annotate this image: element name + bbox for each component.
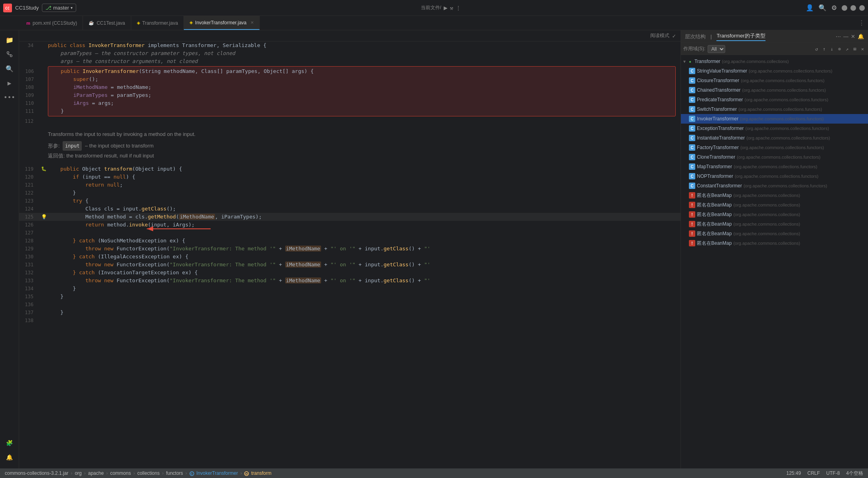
- panel-settings-icon[interactable]: ⋯: [836, 33, 841, 39]
- code-line-109: 109 iParamTypes = paramTypes;: [48, 91, 675, 99]
- tree-node-anon6[interactable]: ! 匿名在BeanMap (org.apache.commons.collect…: [681, 238, 868, 248]
- tree-icon-constant: C: [689, 183, 695, 189]
- path-commons[interactable]: commons: [110, 470, 131, 476]
- close-panel-btn[interactable]: ✕: [860, 45, 866, 53]
- tab-transformer[interactable]: ◈ Transformer.java: [131, 16, 184, 30]
- panel-bell-icon[interactable]: 🔔: [858, 33, 864, 39]
- tree-node-switch[interactable]: C SwitchTransformer (org.apache.commons.…: [681, 104, 868, 114]
- code-line-106: 106 public InvokerTransformer(String met…: [48, 67, 675, 75]
- settings-icon[interactable]: ⚙: [831, 4, 837, 12]
- tree-label-invoker: InvokerTransformer: [697, 116, 738, 122]
- refresh-btn[interactable]: ↺: [813, 45, 819, 53]
- scope-select[interactable]: All: [708, 45, 725, 53]
- reader-mode-button[interactable]: 阅读模式: [650, 32, 669, 39]
- build-button[interactable]: ⚒: [450, 5, 453, 11]
- tree-node-constant[interactable]: C ConstantTransformer (org.apache.common…: [681, 181, 868, 191]
- right-panel: 层次结构 | Transformer的子类型 ⋯ — ✕ 🔔 作用域(S): A…: [681, 30, 868, 468]
- panel-title-subtypes[interactable]: Transformer的子类型: [716, 32, 765, 41]
- line-number-109: 109: [20, 91, 40, 99]
- export-btn[interactable]: ↗: [844, 45, 850, 53]
- tree-node-transformer[interactable]: ▼ ● Transformer (org.apache.commons.coll…: [681, 57, 868, 66]
- cursor-position[interactable]: 125:49: [786, 470, 801, 476]
- collapse-btn[interactable]: ↓: [829, 45, 835, 53]
- tab-cc1test[interactable]: ☕ CC1Test.java: [83, 16, 131, 30]
- tree-label-anon3: 匿名在BeanMap: [697, 211, 732, 218]
- panel-minimize-icon[interactable]: —: [843, 33, 848, 39]
- line-number-108: 108: [20, 83, 40, 91]
- search-icon[interactable]: 🔍: [819, 4, 827, 12]
- code-line-110: 110 iArgs = args;: [48, 99, 675, 107]
- panel-close-icon[interactable]: ✕: [851, 33, 855, 39]
- sidebar-run-icon[interactable]: ▶: [3, 77, 16, 89]
- path-method[interactable]: m transform: [244, 470, 271, 476]
- filter-btn[interactable]: ⊗: [836, 45, 842, 53]
- expand-btn[interactable]: ↑: [821, 45, 827, 53]
- tree-node-map[interactable]: C MapTransformer (org.apache.commons.col…: [681, 162, 868, 171]
- tree-icon-map: C: [689, 163, 695, 170]
- project-name[interactable]: CC1Study: [15, 5, 39, 11]
- line-endings[interactable]: CRLF: [807, 470, 820, 476]
- tree-node-chained[interactable]: C ChainedTransformer (org.apache.commons…: [681, 85, 868, 95]
- line-content-111: }: [48, 107, 675, 115]
- doc-text: Transforms the input to result by invoki…: [48, 130, 674, 139]
- sidebar-folder-icon[interactable]: 📁: [3, 33, 16, 46]
- indent-info[interactable]: 4个空格: [846, 470, 863, 477]
- tab-close-invokertransformer[interactable]: ✕: [251, 20, 254, 25]
- sidebar-git-icon[interactable]: [3, 48, 16, 61]
- user-icon[interactable]: 👤: [806, 4, 814, 12]
- code-line-112: 112: [19, 117, 681, 125]
- tab-more-button[interactable]: ⋮: [858, 19, 865, 27]
- tree-node-clone[interactable]: C CloneTransformer (org.apache.commons.c…: [681, 152, 868, 162]
- path-functors[interactable]: functors: [166, 470, 183, 476]
- tree-node-invoker[interactable]: C InvokerTransformer (org.apache.commons…: [681, 114, 868, 124]
- tab-pom[interactable]: m pom.xml (CC1Study): [21, 16, 83, 30]
- tree-node-anon1[interactable]: ! 匿名在BeanMap (org.apache.commons.collect…: [681, 191, 868, 200]
- tree-node-anon4[interactable]: ! 匿名在BeanMap (org.apache.commons.collect…: [681, 219, 868, 229]
- hierarchy-tree[interactable]: ▼ ● Transformer (org.apache.commons.coll…: [681, 55, 868, 468]
- tree-icon-anon6: !: [689, 240, 695, 246]
- tree-pkg-predicate: (org.apache.commons.collections.functors…: [745, 97, 829, 102]
- path-org[interactable]: org: [75, 470, 81, 476]
- line-number-130: 130: [19, 253, 40, 261]
- close-button[interactable]: [859, 5, 865, 11]
- code-editor[interactable]: 34 public class InvokerTransformer imple…: [19, 41, 681, 468]
- path-jar[interactable]: commons-collections-3.2.1.jar: [5, 470, 68, 476]
- tab-invokertransformer[interactable]: ◈ InvokerTransformer.java ✕: [184, 16, 260, 30]
- line-content-doc2: args – the constructor arguments, not cl…: [48, 57, 681, 65]
- tree-node-anon5[interactable]: ! 匿名在BeanMap (org.apache.commons.collect…: [681, 229, 868, 238]
- statusbar-path: commons-collections-3.2.1.jar › org › ap…: [5, 470, 786, 476]
- expand-all-btn[interactable]: ⊞: [852, 45, 858, 53]
- sidebar-search-icon[interactable]: 🔍: [3, 62, 16, 75]
- tree-node-predicate[interactable]: C PredicateTransformer (org.apache.commo…: [681, 95, 868, 104]
- tree-label-anon4: 匿名在BeanMap: [697, 221, 732, 228]
- maximize-button[interactable]: [850, 5, 856, 11]
- tree-node-closure[interactable]: C ClosureTransformer (org.apache.commons…: [681, 76, 868, 85]
- code-line-135: 135 }: [19, 293, 681, 301]
- more-actions[interactable]: ⋮: [456, 5, 461, 11]
- tree-node-instantiate[interactable]: C InstantiateTransformer (org.apache.com…: [681, 133, 868, 143]
- path-collections[interactable]: collections: [137, 470, 160, 476]
- tree-label-instantiate: InstantiateTransformer: [697, 135, 745, 141]
- tree-icon-anon1: !: [689, 192, 695, 199]
- tree-node-factory[interactable]: C FactoryTransformer (org.apache.commons…: [681, 143, 868, 152]
- tree-node-exception[interactable]: C ExceptionTransformer (org.apache.commo…: [681, 124, 868, 133]
- sidebar-plugin-icon[interactable]: 🧩: [3, 437, 16, 449]
- tree-pkg-clone: (org.apache.commons.collections.functors…: [737, 155, 821, 159]
- charset[interactable]: UTF-8: [826, 470, 840, 476]
- tree-label-anon2: 匿名在BeanMap: [697, 202, 732, 209]
- line-content-121: return null;: [48, 181, 681, 189]
- current-file-action[interactable]: 当前文件/: [421, 4, 441, 11]
- branch-selector[interactable]: ⎇ master ▾: [42, 4, 76, 12]
- sidebar-notifications-icon[interactable]: 🔔: [3, 451, 16, 464]
- path-class[interactable]: C InvokerTransformer: [189, 470, 238, 476]
- tab-bar: m pom.xml (CC1Study) ☕ CC1Test.java ◈ Tr…: [0, 16, 868, 30]
- panel-title-hierarchy[interactable]: 层次结构: [685, 33, 706, 40]
- tree-node-anon3[interactable]: ! 匿名在BeanMap (org.apache.commons.collect…: [681, 210, 868, 219]
- tree-node-nop[interactable]: C NOPTransformer (org.apache.commons.col…: [681, 171, 868, 181]
- minimize-button[interactable]: [842, 5, 847, 11]
- tree-node-anon2[interactable]: ! 匿名在BeanMap (org.apache.commons.collect…: [681, 200, 868, 210]
- run-button[interactable]: ▶: [444, 4, 448, 12]
- path-apache[interactable]: apache: [88, 470, 104, 476]
- sidebar-more-icon[interactable]: •••: [3, 91, 16, 104]
- tree-node-stringvalue[interactable]: C StringValueTransformer (org.apache.com…: [681, 66, 868, 76]
